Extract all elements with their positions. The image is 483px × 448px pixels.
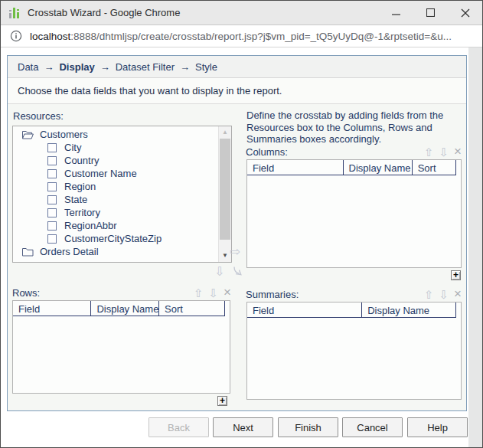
minimize-icon [392, 8, 400, 17]
column-header-display-name: Display Name [362, 302, 456, 318]
summaries-table-header: Field Display Name [247, 302, 456, 318]
checkbox[interactable] [47, 221, 57, 231]
tree-node-label: Country [64, 155, 100, 166]
columns-panel-header: Columns: ⇧ ⇩ × [246, 146, 462, 159]
tree-field-state[interactable]: State [13, 193, 231, 206]
crosstab-wizard-panel: Data → Display → Dataset Filter → Style … [7, 55, 467, 411]
breadcrumb-step-style[interactable]: Style [195, 61, 217, 73]
checkbox[interactable] [47, 234, 57, 244]
breadcrumb-step-dataset-filter[interactable]: Dataset Filter [116, 61, 175, 73]
add-column-button[interactable]: + [451, 270, 461, 280]
tree-field-customercitystatezip[interactable]: CustomerCityStateZip [13, 232, 231, 245]
tree-field-city[interactable]: City [13, 141, 231, 154]
move-down-icon[interactable]: ⇩ [208, 287, 218, 299]
checkbox[interactable] [47, 143, 57, 152]
url-bar[interactable]: localhost:8888/dhtmljsp/create/crosstab/… [1, 25, 482, 47]
url-path: :8888/dhtmljsp/create/crosstab/report.js… [70, 31, 452, 42]
columns-table[interactable]: Field Display Name Sort [246, 159, 462, 268]
remove-icon[interactable]: × [454, 146, 462, 157]
maximize-button[interactable] [413, 1, 448, 25]
page-scrollbar[interactable] [468, 47, 482, 447]
rows-table[interactable]: Field Display Name Sort [12, 300, 230, 394]
finish-button[interactable]: Finish [278, 417, 338, 437]
column-header-field: Field [13, 301, 91, 316]
tree-node-label: CustomerCityStateZip [64, 233, 162, 244]
instruction-text: Choose the data fields that you want to … [8, 78, 466, 104]
column-header-display-name: Display Name [91, 301, 159, 316]
checkbox[interactable] [47, 169, 57, 178]
help-button[interactable]: Help [407, 417, 468, 437]
move-up-icon[interactable]: ⇧ [194, 287, 204, 299]
resources-tree[interactable]: Customers City Country Customer Name [12, 126, 232, 263]
tree-node-label: Orders Detail [40, 246, 99, 257]
close-icon [461, 8, 470, 18]
breadcrumb: Data → Display → Dataset Filter → Style [8, 56, 466, 78]
tree-field-region[interactable]: Region [13, 180, 231, 193]
column-header-field: Field [247, 160, 344, 175]
scrollbar-thumb[interactable] [220, 139, 230, 240]
remove-icon[interactable]: × [454, 288, 462, 299]
tree-node-label: Customer Name [64, 168, 137, 179]
checkbox[interactable] [47, 208, 57, 217]
add-row-button[interactable]: + [217, 396, 227, 406]
window-title: Crosstab Wizard - Google Chrome [28, 7, 180, 18]
tree-field-territory[interactable]: Territory [13, 206, 231, 219]
column-header-display-name: Display Name [344, 160, 413, 175]
rows-panel-header: Rows: ⇧ ⇩ × [12, 286, 231, 299]
breadcrumb-arrow-icon: → [180, 61, 190, 73]
close-button[interactable] [448, 1, 482, 25]
column-header-sort: Sort [159, 301, 225, 316]
move-down-icon[interactable]: ⇩ [439, 289, 449, 300]
folder-open-icon [21, 129, 34, 140]
breadcrumb-arrow-icon: → [100, 61, 110, 73]
info-icon[interactable] [10, 30, 22, 42]
add-to-rows-arrow-icon[interactable]: ⇩ [214, 265, 224, 278]
scroll-up-icon[interactable]: ▲ [219, 126, 231, 138]
browser-window: Crosstab Wizard - Google Chrome localhos… [0, 0, 483, 448]
add-to-columns-arrow-icon[interactable]: ⇨ [230, 245, 240, 258]
maximize-icon [426, 8, 435, 17]
rows-label: Rows: [12, 287, 40, 299]
add-to-summaries-arrow-icon[interactable] [230, 264, 245, 279]
page-content: Data → Display → Dataset Filter → Style … [1, 47, 482, 447]
checkbox[interactable] [47, 182, 57, 191]
tree-field-country[interactable]: Country [13, 154, 231, 167]
folder-closed-icon [21, 247, 34, 257]
rows-table-header: Field Display Name Sort [13, 301, 225, 316]
app-chart-icon [8, 6, 21, 20]
url-host: localhost [30, 31, 70, 42]
tree-node-label: Customers [40, 129, 88, 140]
tree-node-label: RegionAbbr [64, 220, 117, 231]
tree-field-regionabbr[interactable]: RegionAbbr [13, 219, 231, 232]
column-header-field: Field [247, 302, 362, 318]
minimize-button[interactable] [379, 1, 413, 25]
move-down-icon[interactable]: ⇩ [439, 146, 449, 158]
tree-node-label: State [64, 194, 87, 205]
define-crosstab-text: Define the crosstab by adding fields fro… [246, 110, 463, 146]
tree-node-label: Territory [64, 207, 100, 218]
url-text[interactable]: localhost:8888/dhtmljsp/create/crosstab/… [30, 31, 452, 42]
cancel-button[interactable]: Cancel [342, 417, 403, 437]
title-bar: Crosstab Wizard - Google Chrome [1, 1, 482, 25]
wizard-content: Resources: Customers City [8, 104, 466, 409]
column-header-sort: Sort [413, 160, 456, 175]
tree-field-customer-name[interactable]: Customer Name [13, 167, 231, 180]
tree-node-label: Region [64, 181, 96, 192]
move-up-icon[interactable]: ⇧ [424, 146, 434, 158]
summaries-table[interactable]: Field Display Name [246, 302, 462, 400]
remove-icon[interactable]: × [224, 286, 231, 298]
back-button: Back [148, 417, 209, 437]
columns-table-header: Field Display Name Sort [247, 160, 456, 175]
summaries-panel-header: Summaries: ⇧ ⇩ × [246, 288, 462, 301]
move-up-icon[interactable]: ⇧ [424, 289, 434, 300]
breadcrumb-step-display[interactable]: Display [59, 61, 94, 73]
breadcrumb-arrow-icon: → [44, 61, 54, 73]
tree-node-orders-detail[interactable]: Orders Detail [13, 245, 231, 258]
checkbox[interactable] [47, 156, 57, 165]
tree-node-customers[interactable]: Customers [13, 128, 231, 141]
tree-scrollbar[interactable]: ▲ ▼ [218, 126, 231, 262]
next-button[interactable]: Next [213, 417, 273, 437]
breadcrumb-step-data[interactable]: Data [18, 61, 38, 73]
checkbox[interactable] [47, 195, 57, 204]
summaries-label: Summaries: [246, 289, 299, 300]
